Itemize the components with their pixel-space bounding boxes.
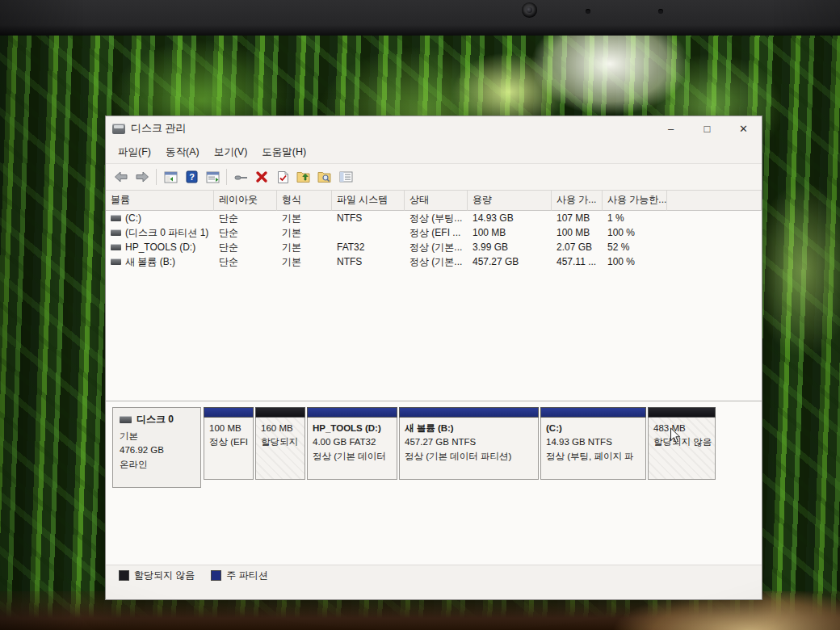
cell-volume: (디스크 0 파티션 1) [125,226,208,240]
partition-color-bar [307,407,397,418]
toolbar-separator [156,169,157,185]
cell-layout: 단순 [214,226,277,240]
partition-size: 483 MB [653,422,710,435]
menu-action[interactable]: 동작(A) [158,142,207,162]
volume-icon [111,244,121,250]
menu-help[interactable]: 도움말(H) [254,142,313,162]
partition-strip: 100 MB 정상 (EFI 160 MB 할당되지 HP_TOOLS (D:) [204,407,716,480]
microphone-hole [586,9,590,14]
tools-icon[interactable] [231,167,250,187]
cell-status: 정상 (기본... [405,241,468,254]
disk-management-app-icon [112,124,125,134]
cell-free: 2.07 GB [552,242,603,253]
microphone-hole [658,9,663,14]
list-properties-icon[interactable] [336,167,355,187]
volume-row-c[interactable]: (C:) 단순 기본 NTFS 정상 (부팅... 14.93 GB 107 M… [106,211,762,225]
partition-color-bar [255,407,305,418]
close-button[interactable]: ✕ [725,116,762,141]
help-icon[interactable]: ? [182,167,201,187]
partition-size: 457.27 GB NTFS [405,435,533,449]
column-header-extra[interactable] [667,191,762,211]
legend-unallocated: 할당되지 않음 [119,569,195,582]
laptop-bezel [0,0,840,36]
maximize-button[interactable]: □ [689,116,725,141]
disk-size: 476.92 GB [120,443,194,457]
partition-status: 할당되지 않음 [653,435,710,449]
explore-folder-icon[interactable] [315,167,334,187]
volume-icon [111,215,121,221]
cell-fs: NTFS [332,212,405,224]
volume-row-newvolume[interactable]: 새 볼륨 (B:) 단순 기본 NTFS 정상 (기본... 457.27 GB… [106,254,762,269]
partition-color-bar [540,407,646,418]
column-header-free[interactable]: 사용 가... [552,191,603,211]
partition-title: HP_TOOLS (D:) [313,422,392,435]
partition-newvolume[interactable]: 새 볼륨 (B:) 457.27 GB NTFS 정상 (기본 데이터 파티션) [399,407,539,480]
window-title: 디스크 관리 [131,121,187,136]
legend-primary-label: 주 파티션 [226,569,267,582]
partition-status: 정상 (기본 데이터 파티션) [405,450,533,464]
cell-pct-free: 100 % [603,256,667,267]
svg-text:?: ? [189,172,195,182]
volume-list-header: 볼륨 레이아웃 형식 파일 시스템 상태 용량 사용 가... 사용 가능한..… [106,191,762,211]
cell-layout: 단순 [214,212,277,225]
check-document-icon[interactable] [273,167,292,187]
cell-capacity: 100 MB [468,227,552,238]
cell-layout: 단순 [214,241,277,254]
volume-icon [111,229,121,236]
partition-hptools[interactable]: HP_TOOLS (D:) 4.00 GB FAT32 정상 (기본 데이터 [307,407,397,480]
window-bottom-strip [106,585,762,599]
column-header-type[interactable]: 형식 [277,191,332,211]
cell-type: 기본 [277,241,332,254]
column-header-pct-free[interactable]: 사용 가능한... [603,191,667,211]
cell-fs: NTFS [332,256,405,267]
cell-pct-free: 52 % [603,242,667,253]
column-header-capacity[interactable]: 용량 [468,191,552,211]
column-header-status[interactable]: 상태 [405,191,468,211]
partition-size: 14.93 GB NTFS [546,435,640,449]
legend-unallocated-swatch [119,570,129,581]
partition-c[interactable]: (C:) 14.93 GB NTFS 정상 (부팅, 페이지 파 [540,407,646,480]
partition-size: 4.00 GB FAT32 [313,435,392,449]
back-icon[interactable] [111,167,131,187]
disk-status: 온라인 [120,458,194,472]
cell-pct-free: 100 % [603,227,667,238]
legend-unallocated-label: 할당되지 않음 [134,569,195,582]
cell-free: 100 MB [552,227,603,238]
partition-color-bar [204,407,254,418]
cell-volume: (C:) [125,212,141,224]
menu-bar: 파일(F) 동작(A) 보기(V) 도움말(H) [106,141,762,164]
menu-view[interactable]: 보기(V) [207,142,255,162]
graphical-view-pane: 디스크 0 기본 476.92 GB 온라인 100 MB 정상 (EFI 16… [106,401,762,565]
export-list-icon[interactable] [203,167,222,187]
toolbar-separator [226,169,227,185]
column-header-volume[interactable]: 볼륨 [106,191,214,211]
title-bar[interactable]: 디스크 관리 – □ ✕ [106,116,762,141]
menu-file[interactable]: 파일(F) [111,142,158,162]
disk-0-row: 디스크 0 기본 476.92 GB 온라인 100 MB 정상 (EFI 16… [112,407,755,488]
cell-volume: 새 볼륨 (B:) [125,255,175,269]
partition-efi[interactable]: 100 MB 정상 (EFI [204,407,254,480]
cell-status: 정상 (EFI ... [405,226,468,240]
column-header-filesystem[interactable]: 파일 시스템 [332,191,405,211]
cell-free: 107 MB [552,212,603,224]
webcam-lens [527,7,532,13]
volume-row-hptools[interactable]: HP_TOOLS (D:) 단순 기본 FAT32 정상 (기본... 3.99… [106,240,762,254]
partition-title: (C:) [546,422,640,435]
volume-row-efi[interactable]: (디스크 0 파티션 1) 단순 기본 정상 (EFI ... 100 MB 1… [106,225,762,240]
delete-volume-icon[interactable] [252,167,271,187]
disk-0-panel[interactable]: 디스크 0 기본 476.92 GB 온라인 [112,407,201,488]
volume-icon [111,258,121,265]
column-header-layout[interactable]: 레이아웃 [214,191,277,211]
legend-bar: 할당되지 않음 주 파티션 [106,565,762,585]
minimize-button[interactable]: – [653,116,689,141]
cell-layout: 단순 [214,255,277,269]
partition-size: 160 MB [261,422,300,435]
console-tree-icon[interactable] [161,167,180,187]
partition-unallocated-160mb[interactable]: 160 MB 할당되지 [255,407,305,480]
partition-status: 할당되지 [261,435,300,449]
partition-unallocated-483mb[interactable]: 483 MB 할당되지 않음 [648,407,716,480]
cell-pct-free: 1 % [603,212,667,224]
forward-icon[interactable] [132,167,152,187]
folder-up-icon[interactable] [294,167,313,187]
cell-fs: FAT32 [332,242,405,253]
